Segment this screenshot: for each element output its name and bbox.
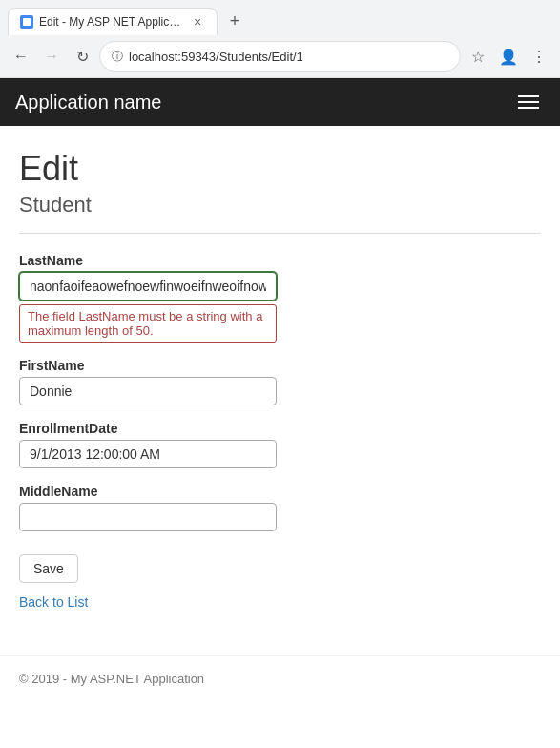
active-tab[interactable]: Edit - My ASP NET Application × [8,8,218,35]
refresh-button[interactable]: ↻ [69,43,95,70]
back-to-list-link[interactable]: Back to List [19,594,541,610]
tab-close-button[interactable]: × [190,14,205,30]
url-display: localhost:59343/Students/Edit/1 [129,50,448,64]
last-name-input[interactable] [19,272,277,301]
middle-name-input[interactable] [19,503,277,531]
section-divider [19,233,541,234]
app-name-label: Application name [15,92,161,114]
hamburger-line-1 [518,95,539,97]
page-subtitle: Student [19,193,541,218]
enrollment-date-input[interactable] [19,440,277,468]
browser-menu-button[interactable]: ⋮ [526,43,552,70]
address-bar[interactable]: ⓘ localhost:59343/Students/Edit/1 [99,41,461,72]
app-header: Application name [0,78,560,126]
browser-chrome: Edit - My ASP NET Application × + ← → ↻ … [0,0,560,78]
middle-name-label: MiddleName [19,484,541,499]
last-name-group: LastName The field LastName must be a st… [19,253,541,343]
last-name-error: The field LastName must be a string with… [19,304,277,343]
save-button[interactable]: Save [19,554,78,583]
enrollment-date-group: EnrollmentDate [19,421,541,468]
new-tab-button[interactable]: + [221,9,248,35]
tab-title: Edit - My ASP NET Application [39,15,184,29]
first-name-group: FirstName [19,358,541,405]
footer-text: © 2019 - My ASP.NET Application [19,672,204,686]
back-button[interactable]: ← [8,43,34,70]
hamburger-menu-button[interactable] [512,90,545,114]
hamburger-line-3 [518,107,539,109]
last-name-label: LastName [19,253,541,268]
forward-button[interactable]: → [38,43,65,70]
tab-favicon [20,15,33,29]
profile-button[interactable]: 👤 [495,43,522,70]
nav-bar: ← → ↻ ⓘ localhost:59343/Students/Edit/1 … [0,35,560,77]
page-title: Edit [19,149,541,189]
bookmark-button[interactable]: ☆ [465,43,491,70]
footer: © 2019 - My ASP.NET Application [0,655,560,701]
middle-name-group: MiddleName [19,484,541,531]
first-name-label: FirstName [19,358,541,373]
hamburger-line-2 [518,101,539,103]
tab-bar: Edit - My ASP NET Application × + [0,0,560,35]
enrollment-date-label: EnrollmentDate [19,421,541,436]
lock-icon: ⓘ [112,49,123,65]
first-name-input[interactable] [19,377,277,405]
page-content: Edit Student LastName The field LastName… [0,126,560,655]
